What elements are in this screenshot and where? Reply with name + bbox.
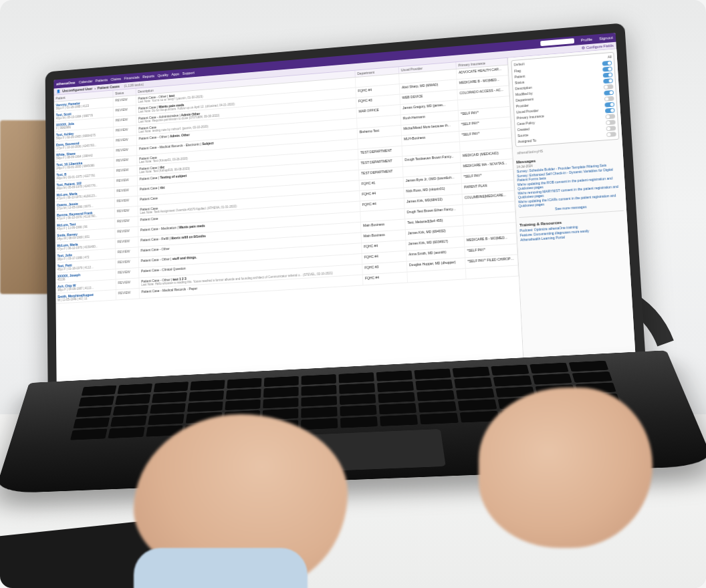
app-brand: athenaOne — [56, 81, 75, 86]
task-count: (1,128 tasks) — [124, 82, 144, 88]
row-status: REVIEW — [116, 258, 139, 269]
toggle-case-policy[interactable] — [605, 114, 615, 119]
row-status: REVIEW — [114, 166, 138, 177]
user-icon: 👤 — [56, 90, 60, 94]
row-status: REVIEW — [114, 176, 138, 187]
menu-quality[interactable]: Quality — [158, 73, 168, 78]
profile-link[interactable]: Profile — [580, 37, 592, 42]
row-status: REVIEW — [115, 196, 138, 208]
app-body: Patient Status Description Department Us… — [54, 49, 636, 396]
menu-support[interactable]: Support — [183, 71, 195, 76]
row-status: REVIEW — [116, 278, 140, 289]
row-status: REVIEW — [114, 156, 138, 167]
laptop-lid: athenaOne CalendarPatientsClaimsFinancia… — [45, 23, 647, 410]
toggle-usual-provider[interactable] — [604, 102, 614, 108]
main-panel: Patient Status Description Department Us… — [54, 58, 525, 396]
row-status: REVIEW — [116, 289, 140, 300]
row-status: REVIEW — [116, 247, 139, 259]
right-hand — [479, 388, 653, 548]
row-status: REVIEW — [116, 237, 139, 249]
messages-block: Messages 14-Jul-2024Survey: Schedule Bui… — [516, 152, 624, 213]
training-block: Training & Resources Podcast: Optimize a… — [519, 215, 625, 243]
row-status: REVIEW — [114, 96, 136, 107]
row-status: REVIEW — [115, 186, 138, 197]
row-department: FQHC #4 — [363, 273, 408, 285]
config-all-label: All — [608, 55, 612, 59]
toggle-provider[interactable] — [604, 96, 614, 102]
toggle-patient[interactable] — [602, 67, 612, 72]
toggle-department[interactable] — [604, 90, 614, 96]
row-status: REVIEW — [116, 268, 139, 279]
laptop-screen: athenaOne CalendarPatientsClaimsFinancia… — [53, 33, 636, 396]
menu-reports[interactable]: Reports — [142, 74, 154, 79]
toggle-created[interactable] — [606, 120, 616, 125]
config-default-label: Default — [513, 62, 524, 67]
row-status: REVIEW — [114, 126, 137, 137]
right-sidebar: Default All FlagPatientStatusDescription… — [508, 49, 636, 372]
menu-patients[interactable]: Patients — [96, 78, 108, 83]
global-search-input[interactable] — [540, 38, 574, 46]
row-status: REVIEW — [114, 106, 136, 117]
menu-apps[interactable]: Apps — [171, 72, 179, 77]
row-status: REVIEW — [115, 227, 138, 238]
toggle-description[interactable] — [603, 78, 613, 84]
configure-fields-panel: Default All FlagPatientStatusDescription… — [511, 52, 619, 147]
table-body: Vannoy, Pamelor36yo F | 01-18-1988 | 412… — [54, 65, 523, 386]
row-status: REVIEW — [115, 206, 138, 218]
toggle-primary-insurance[interactable] — [605, 108, 615, 114]
row-status: REVIEW — [114, 136, 137, 147]
menu-claims[interactable]: Claims — [111, 77, 122, 82]
sleeve-cuff — [134, 548, 308, 588]
signout-link[interactable]: Signout — [599, 35, 613, 41]
menu-calendar[interactable]: Calendar — [79, 80, 92, 84]
breadcrumb-page: Patient Cases — [98, 84, 120, 90]
toggle-source[interactable] — [606, 126, 616, 131]
toggle-modified-by[interactable] — [604, 84, 614, 90]
menu-financials[interactable]: Financials — [124, 76, 140, 80]
app-window: athenaOne CalendarPatientsClaimsFinancia… — [53, 33, 636, 396]
scene: athenaOne CalendarPatientsClaimsFinancia… — [0, 0, 706, 588]
row-status: REVIEW — [114, 116, 136, 127]
toggle-assigned-to[interactable] — [606, 132, 616, 137]
row-status: REVIEW — [115, 216, 138, 228]
toggle-flag[interactable] — [602, 61, 612, 66]
toggle-status[interactable] — [603, 72, 613, 78]
row-status: REVIEW — [114, 146, 138, 157]
